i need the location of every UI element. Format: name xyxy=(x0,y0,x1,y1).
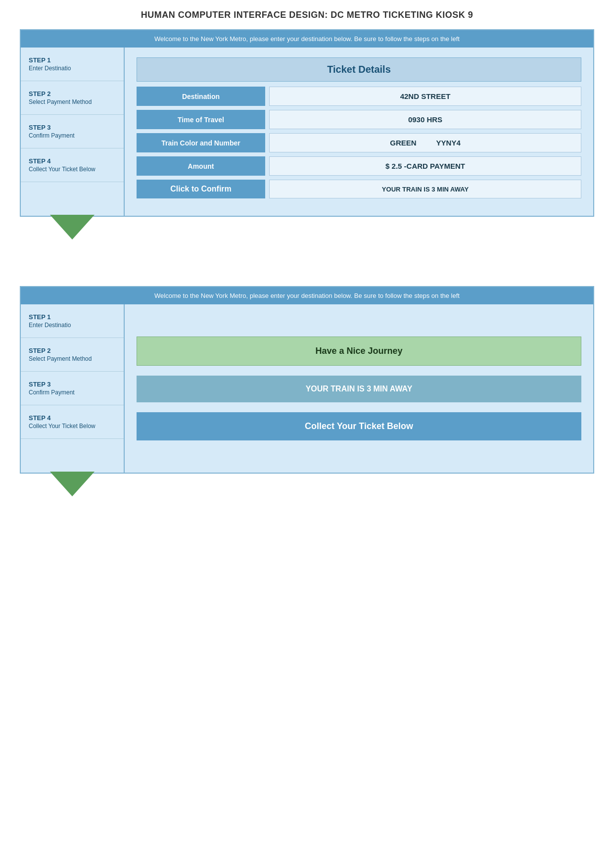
spacer xyxy=(20,246,594,286)
step3-label: STEP 3 xyxy=(29,124,119,131)
ticket-details-title: Ticket Details xyxy=(137,57,581,82)
step1-label: STEP 1 xyxy=(29,56,119,64)
destination-label: Destination xyxy=(137,87,265,106)
train-color-value: GREEN YYNY4 xyxy=(269,133,581,152)
time-of-travel-label: Time of Travel xyxy=(137,110,265,129)
sidebar-arrow-2 xyxy=(50,472,94,496)
train-color-row: Train Color and Number GREEN YYNY4 xyxy=(137,133,581,152)
time-of-travel-value: 0930 HRS xyxy=(269,110,581,129)
amount-row: Amount $ 2.5 -CARD PAYMENT xyxy=(137,156,581,176)
s2-step2-sub: Select Payment Method xyxy=(29,355,119,362)
panel2-header: Welcome to the New York Metro, please en… xyxy=(21,287,593,304)
sidebar-step-3: STEP 3 Confirm Payment xyxy=(21,115,124,148)
confirm-button[interactable]: Click to Confirm xyxy=(137,180,265,198)
confirm-row[interactable]: Click to Confirm YOUR TRAIN IS 3 MIN AWA… xyxy=(137,180,581,198)
collect-ticket-button[interactable]: Collect Your Ticket Below xyxy=(137,412,581,440)
train-color: GREEN xyxy=(390,139,416,147)
time-of-travel-row: Time of Travel 0930 HRS xyxy=(137,110,581,129)
s2-step3-sub: Confirm Payment xyxy=(29,389,119,396)
step2-sub: Select Payment Method xyxy=(29,98,119,105)
panel1-header: Welcome to the New York Metro, please en… xyxy=(21,30,593,48)
step4-sub: Collect Your Ticket Below xyxy=(29,166,119,173)
amount-label: Amount xyxy=(137,156,265,176)
page-title: HUMAN COMPUTER INTERFACE DESIGN: DC METR… xyxy=(20,10,594,20)
step3-sub: Confirm Payment xyxy=(29,132,119,139)
s2-step4-label: STEP 4 xyxy=(29,414,119,422)
sidebar-2: STEP 1 Enter Destinatio STEP 2 Select Pa… xyxy=(21,304,125,473)
step1-sub: Enter Destinatio xyxy=(29,65,119,72)
s2-step3-label: STEP 3 xyxy=(29,381,119,388)
amount-value: $ 2.5 -CARD PAYMENT xyxy=(269,156,581,176)
kiosk-panel-1: Welcome to the New York Metro, please en… xyxy=(20,29,594,217)
sidebar2-step-4: STEP 4 Collect Your Ticket Below xyxy=(21,405,124,439)
sidebar-step-4: STEP 4 Collect Your Ticket Below xyxy=(21,148,124,182)
s2-step2-label: STEP 2 xyxy=(29,347,119,354)
sidebar2-step-2: STEP 2 Select Payment Method xyxy=(21,338,124,372)
s2-step1-sub: Enter Destinatio xyxy=(29,322,119,329)
step4-label: STEP 4 xyxy=(29,157,119,165)
train-color-label: Train Color and Number xyxy=(137,133,265,152)
sidebar-arrow-1 xyxy=(50,215,94,240)
sidebar-step-1: STEP 1 Enter Destinatio xyxy=(21,48,124,81)
sidebar-step-2: STEP 2 Select Payment Method xyxy=(21,81,124,115)
sidebar-1: STEP 1 Enter Destinatio STEP 2 Select Pa… xyxy=(21,48,125,216)
step2-label: STEP 2 xyxy=(29,90,119,97)
train-number: YYNY4 xyxy=(436,139,461,147)
ticket-details-panel: Ticket Details Destination 42ND STREET T… xyxy=(125,48,593,216)
destination-row: Destination 42ND STREET xyxy=(137,87,581,106)
completion-panel: Have a Nice Journey YOUR TRAIN IS 3 MIN … xyxy=(125,304,593,473)
s2-step4-sub: Collect Your Ticket Below xyxy=(29,423,119,430)
nice-journey-button[interactable]: Have a Nice Journey xyxy=(137,337,581,366)
train-away-label: YOUR TRAIN IS 3 MIN AWAY xyxy=(269,180,581,198)
train-away-button: YOUR TRAIN IS 3 MIN AWAY xyxy=(137,376,581,402)
destination-value: 42ND STREET xyxy=(269,87,581,106)
sidebar2-step-1: STEP 1 Enter Destinatio xyxy=(21,304,124,338)
sidebar2-step-3: STEP 3 Confirm Payment xyxy=(21,372,124,405)
s2-step1-label: STEP 1 xyxy=(29,313,119,321)
kiosk-panel-2: Welcome to the New York Metro, please en… xyxy=(20,286,594,474)
